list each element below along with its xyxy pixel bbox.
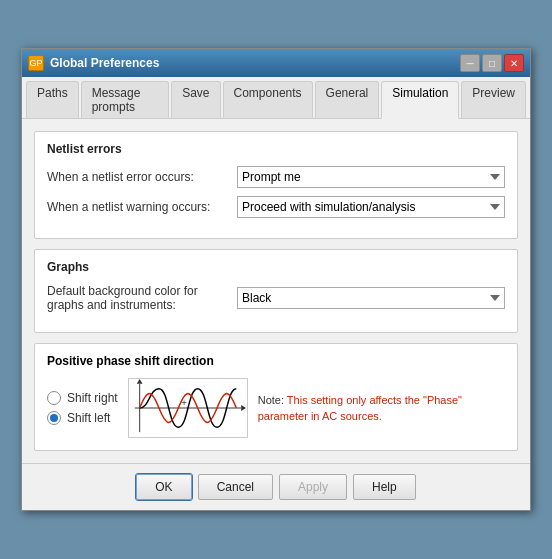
netlist-error-select[interactable]: Prompt me Proceed with simulation/analys… — [237, 166, 505, 188]
title-bar-left: GP Global Preferences — [28, 55, 159, 71]
tab-preview[interactable]: Preview — [461, 81, 526, 118]
netlist-errors-title: Netlist errors — [47, 142, 505, 156]
tab-content: Netlist errors When a netlist error occu… — [22, 119, 530, 463]
graphs-color-row: Default background color for graphs and … — [47, 284, 505, 312]
phase-radio-group: Shift right Shift left — [47, 391, 118, 425]
shift-right-label: Shift right — [67, 391, 118, 405]
svg-marker-2 — [241, 405, 246, 411]
graphs-section: Graphs Default background color for grap… — [34, 249, 518, 333]
phase-title: Positive phase shift direction — [47, 354, 505, 368]
window-title: Global Preferences — [50, 56, 159, 70]
tab-components[interactable]: Components — [223, 81, 313, 118]
netlist-errors-section: Netlist errors When a netlist error occu… — [34, 131, 518, 239]
phase-note: Note: This setting only affects the "Pha… — [258, 392, 505, 425]
main-window: GP Global Preferences ─ □ ✕ Paths Messag… — [21, 48, 531, 511]
netlist-warning-select[interactable]: Prompt me Proceed with simulation/analys… — [237, 196, 505, 218]
tab-bar: Paths Message prompts Save Components Ge… — [22, 77, 530, 119]
netlist-error-row: When a netlist error occurs: Prompt me P… — [47, 166, 505, 188]
tab-simulation[interactable]: Simulation — [381, 81, 459, 119]
apply-button[interactable]: Apply — [279, 474, 347, 500]
svg-text:+: + — [181, 397, 187, 408]
cancel-button[interactable]: Cancel — [198, 474, 273, 500]
netlist-warning-row: When a netlist warning occurs: Prompt me… — [47, 196, 505, 218]
title-buttons: ─ □ ✕ — [460, 54, 524, 72]
app-icon: GP — [28, 55, 44, 71]
shift-left-radio[interactable] — [47, 411, 61, 425]
phase-content: Shift right Shift left — [47, 378, 505, 438]
help-button[interactable]: Help — [353, 474, 416, 500]
footer: OK Cancel Apply Help — [22, 463, 530, 510]
wave-diagram: + — [128, 378, 248, 438]
phase-section: Positive phase shift direction Shift rig… — [34, 343, 518, 451]
close-button[interactable]: ✕ — [504, 54, 524, 72]
minimize-button[interactable]: ─ — [460, 54, 480, 72]
netlist-error-label: When a netlist error occurs: — [47, 170, 237, 184]
maximize-button[interactable]: □ — [482, 54, 502, 72]
tab-save[interactable]: Save — [171, 81, 220, 118]
graphs-title: Graphs — [47, 260, 505, 274]
netlist-warning-label: When a netlist warning occurs: — [47, 200, 237, 214]
tab-paths[interactable]: Paths — [26, 81, 79, 118]
title-bar: GP Global Preferences ─ □ ✕ — [22, 49, 530, 77]
phase-note-prefix: Note: — [258, 394, 287, 406]
graphs-color-select[interactable]: Black White Gray — [237, 287, 505, 309]
shift-right-radio[interactable] — [47, 391, 61, 405]
tab-general[interactable]: General — [315, 81, 380, 118]
phase-note-highlight: This setting only affects the "Phase" pa… — [258, 394, 462, 423]
app-icon-text: GP — [29, 58, 42, 68]
graphs-color-label: Default background color for graphs and … — [47, 284, 237, 312]
shift-left-label: Shift left — [67, 411, 110, 425]
tab-message-prompts[interactable]: Message prompts — [81, 81, 169, 118]
shift-right-option[interactable]: Shift right — [47, 391, 118, 405]
shift-left-option[interactable]: Shift left — [47, 411, 118, 425]
svg-marker-3 — [136, 379, 142, 384]
ok-button[interactable]: OK — [136, 474, 191, 500]
